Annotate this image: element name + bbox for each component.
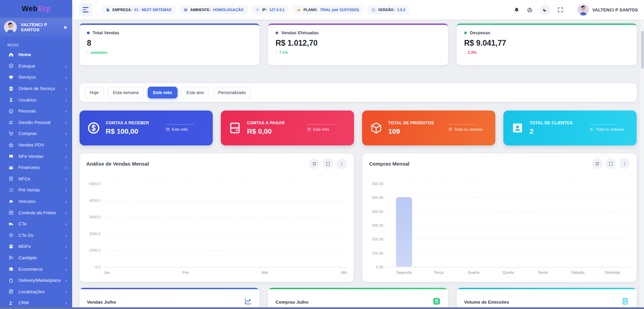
sidebar-item-localiza-es[interactable]: Localizações › xyxy=(0,286,72,297)
topbar-actions xyxy=(513,4,563,15)
moon-icon[interactable] xyxy=(540,4,550,15)
sidebar-item-delivery-marketplace[interactable]: Delivery/Marketplace › xyxy=(0,275,72,286)
sidebar-toggle-button[interactable] xyxy=(79,3,92,16)
info-icon xyxy=(371,8,376,12)
kpi-card-contas-a-pagar: CONTAS A PAGAR R$ 0,00 Este mês xyxy=(221,111,354,145)
expand-icon[interactable] xyxy=(605,158,616,169)
sidebar-item-label: Pessoas xyxy=(18,108,60,114)
y-tick-label: 400.00 xyxy=(372,210,383,214)
stat-title: Despesas xyxy=(470,30,490,35)
sidebar-item-label: CTe Os xyxy=(18,233,60,238)
badge-value: HOMOLOGAÇÃO xyxy=(213,8,243,12)
sidebar-user[interactable]: VALTENCI P SANTOS ▶ xyxy=(0,17,72,37)
chevron-right-icon: › xyxy=(65,221,67,226)
stat-card-total-vendas: Total Vendas 8 ↑ unidades xyxy=(80,24,259,65)
sidebar-item-compras[interactable]: Compras › xyxy=(0,128,72,139)
system-badges: EMPRESA: #1 - NEXT SISTEMAS AMBIENTE: HO… xyxy=(102,5,509,14)
kpi-note-text: Total no sistema xyxy=(454,127,482,131)
sidebar-item-mdfe[interactable]: MDFe › xyxy=(0,241,72,252)
badge-label: AMBIENTE: xyxy=(190,8,211,12)
sidebar-item-usu-rios[interactable]: Usuários › xyxy=(0,94,72,105)
filter-personalizado[interactable]: Personalizado xyxy=(213,87,251,98)
chevron-right-icon: › xyxy=(65,289,67,294)
badge-value: 127.0.0.1 xyxy=(269,8,285,12)
chevron-right-icon: › xyxy=(65,63,67,69)
basket-icon[interactable] xyxy=(527,7,533,13)
y-axis: 600.00500.00400.00300.00200.00100.000.00 xyxy=(369,184,387,267)
chevron-right-icon: › xyxy=(65,154,67,159)
sidebar-item-gest-o-pessoal[interactable]: Gestão Pessoal › xyxy=(0,117,72,128)
sidebar-item-vendas-pdv[interactable]: Vendas PDV › xyxy=(0,139,72,151)
sidebar-item-label: MDFe xyxy=(18,244,60,249)
sidebar-item-card-pio[interactable]: Cardápio › xyxy=(0,252,72,264)
topbar-user-name: VALTENCI P SANTOS xyxy=(592,7,638,12)
clipboard-icon xyxy=(8,86,14,91)
kpi-title: CONTAS A PAGAR xyxy=(247,121,302,125)
chevron-right-icon: › xyxy=(65,255,67,260)
refresh-icon[interactable] xyxy=(592,158,602,169)
app-root: WebErp VALTENCI P SANTOS ▶ MENU Home P E… xyxy=(0,0,644,309)
badge-ambiente: AMBIENTE: HOMOLOGAÇÃO xyxy=(180,5,248,14)
sidebar-menu: Home P Estoque › Serviços › Ordem de Ser… xyxy=(0,49,72,309)
sidebar-item-financeiro[interactable]: Financeiro › xyxy=(0,162,72,173)
sidebar-item-home[interactable]: Home xyxy=(0,49,72,60)
chevron-right-icon: › xyxy=(65,75,67,80)
sidebar-item-label: Cardápio xyxy=(18,255,60,260)
sidebar-item-cte-os[interactable]: CTe Os › xyxy=(0,230,72,241)
sidebar: WebErp VALTENCI P SANTOS ▶ MENU Home P E… xyxy=(0,0,72,309)
idcard-icon xyxy=(511,121,524,135)
sidebar-item-ecommerce[interactable]: Ecommerce › xyxy=(0,263,72,275)
sidebar-item-cte[interactable]: CTe › xyxy=(0,218,72,230)
refresh-icon[interactable] xyxy=(309,158,319,169)
sidebar-item-nfe-vendas[interactable]: NFe Vendas › xyxy=(0,150,72,162)
y-tick-label: 600.00 xyxy=(372,182,383,186)
kpi-note-text: Total no sistema xyxy=(596,127,624,131)
fullscreen-icon[interactable] xyxy=(557,7,563,13)
sidebar-item-estoque[interactable]: P Estoque › xyxy=(0,60,72,72)
kpi-value: 109 xyxy=(388,127,443,135)
filter-este-m-s[interactable]: Este mês xyxy=(148,87,178,98)
kpi-title: TOTAL DE CLIENTES xyxy=(530,121,584,125)
bell-icon[interactable] xyxy=(513,7,520,13)
bar-segunda[interactable] xyxy=(396,197,412,267)
sidebar-item-nfce[interactable]: NFCe › xyxy=(0,173,72,185)
filter-esta-semana[interactable]: Esta semana xyxy=(108,87,144,98)
sidebar-item-servi-os[interactable]: Serviços › xyxy=(0,72,72,83)
chevron-right-icon: › xyxy=(65,86,67,91)
sales-analysis-chart: 5000.04000.03000.02000.01000.00.0 JanFev… xyxy=(86,184,347,274)
team-icon xyxy=(8,120,14,125)
receipt-icon xyxy=(8,176,14,182)
x-tick-label: Abr xyxy=(341,270,347,274)
route-pin-icon xyxy=(8,210,14,216)
sidebar-item-ve-culos[interactable]: Veículos › xyxy=(0,196,72,207)
basket-icon xyxy=(8,142,14,148)
vertical-scrollbar[interactable] xyxy=(641,19,644,309)
sidebar-item-label: Delivery/Marketplace xyxy=(18,278,61,283)
kebab-menu-icon[interactable] xyxy=(336,158,347,169)
sidebar-item-crm[interactable]: CRM › xyxy=(0,297,72,309)
summary-card-title: Volume de Emissões xyxy=(464,300,509,305)
expand-icon[interactable] xyxy=(323,158,333,169)
wallet-icon xyxy=(8,165,14,170)
topbar-user-menu[interactable]: VALTENCI P SANTOS xyxy=(572,4,638,15)
user-icon xyxy=(8,97,14,103)
x-tick-label: Quinta xyxy=(491,270,526,274)
sidebar-item-ordem-de-servi-o[interactable]: Ordem de Serviço › xyxy=(0,83,72,94)
chevron-right-icon: › xyxy=(65,267,67,272)
kebab-menu-icon[interactable] xyxy=(619,158,630,169)
filter-este-ano[interactable]: Este ano xyxy=(181,87,209,98)
sidebar-item-label: Usuários xyxy=(18,97,60,102)
sidebar-item-label: Localizações xyxy=(18,289,60,294)
horizontal-scrollbar[interactable] xyxy=(0,307,644,309)
sidebar-item-controle-de-fretes[interactable]: Controle de Fretes › xyxy=(0,207,72,218)
database-icon xyxy=(448,127,452,131)
filter-hoje[interactable]: Hoje xyxy=(84,87,104,98)
chart-toolbar xyxy=(309,158,347,169)
sidebar-item-pr-venda[interactable]: Pré Venda › xyxy=(0,184,72,196)
doc-badge-icon xyxy=(8,244,14,249)
sidebar-item-pessoas[interactable]: Pessoas › xyxy=(0,105,72,117)
scissors-icon xyxy=(8,255,14,261)
plot-area xyxy=(387,184,630,267)
stat-value: 8 xyxy=(87,39,252,48)
trend-down-arrow-icon: ↓ xyxy=(464,50,466,54)
